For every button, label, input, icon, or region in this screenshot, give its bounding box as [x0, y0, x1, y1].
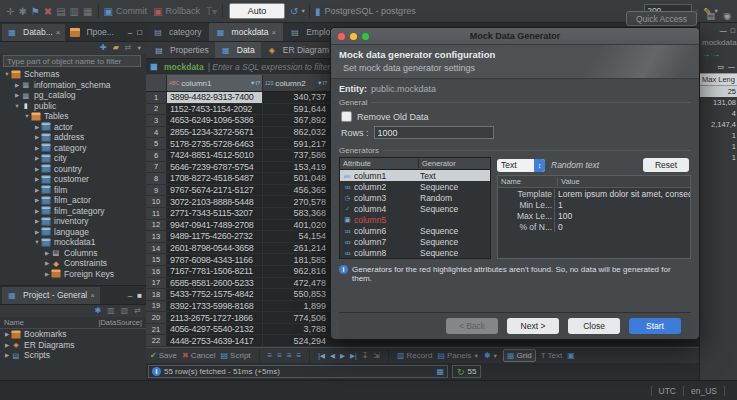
grid-view-toggle[interactable]: ▦ Grid [503, 349, 536, 362]
zoom-window-button[interactable] [362, 33, 369, 40]
column2-cell[interactable]: 550,853 [263, 289, 329, 300]
tree-item[interactable]: ▶ language [0, 227, 146, 238]
row-number-cell[interactable]: 19 [146, 301, 167, 312]
maximize-icon[interactable]: ■ [137, 291, 142, 300]
attribute-row[interactable]: column4 Sequence [340, 203, 490, 214]
locale-indicator[interactable]: en_US [691, 386, 717, 396]
tree-item[interactable]: ▶ customer [0, 174, 146, 185]
name-column-header[interactable]: Name [4, 318, 24, 327]
tree-expander-icon[interactable]: ▶ [33, 166, 41, 172]
row-number-cell[interactable]: 13 [146, 231, 167, 242]
tree-expander-icon[interactable]: ▶ [33, 155, 41, 161]
cancel-button[interactable]: ✖ Cancel [182, 351, 216, 360]
column2-cell[interactable]: 472,478 [263, 278, 329, 289]
editor-tab[interactable]: category [146, 23, 209, 41]
column2-cell[interactable]: 153,419 [263, 162, 329, 173]
expand-icon[interactable]: ▥ [121, 305, 129, 317]
tree-expander-icon[interactable]: ▶ [43, 260, 51, 266]
maximize-icon[interactable]: □ [137, 28, 142, 37]
max-length-cell[interactable]: 1 [700, 130, 737, 141]
refresh-editor-icon[interactable]: ▦ [83, 0, 92, 23]
tree-expander-icon[interactable]: ▶ [13, 82, 21, 88]
tree-expander-icon[interactable]: ▶ [13, 92, 21, 98]
attribute-column-header[interactable]: Attribute [340, 159, 419, 168]
column2-cell[interactable]: 54,154 [263, 231, 329, 242]
row-number-cell[interactable]: 4 [146, 127, 167, 138]
column1-cell[interactable]: 7167-7781-1506-8211 [167, 266, 263, 277]
tree-expander-icon[interactable]: ▶ [33, 208, 41, 214]
tree-item[interactable]: ▶ Foreign Keys [0, 269, 146, 280]
filter-placeholder[interactable]: | Enter a SQL expression to filter resu [208, 62, 349, 72]
row-number-cell[interactable]: 20 [146, 312, 167, 323]
attribute-row[interactable]: column2 Sequence [340, 181, 490, 192]
value-header[interactable]: Value [557, 177, 690, 186]
close-icon[interactable] [271, 27, 276, 37]
tree-item[interactable]: ▼ public [0, 101, 146, 112]
property-row[interactable]: % of N... 0 [498, 221, 690, 232]
max-length-cell[interactable]: 2,147,4 [700, 119, 737, 130]
tree-expander-icon[interactable]: ▶ [3, 342, 11, 348]
column2-cell[interactable]: 181,585 [263, 254, 329, 265]
column1-cell[interactable]: 4056-4297-5540-2132 [167, 324, 263, 335]
column1-cell[interactable]: 9947-0941-7489-2708 [167, 220, 263, 231]
open-perspective-icon[interactable]: ▤ [706, 11, 715, 21]
last-page-icon[interactable]: ▶| [350, 352, 357, 360]
column1-cell[interactable]: 2601-8798-0544-3658 [167, 243, 263, 254]
dialog-titlebar[interactable]: Mock Data Generator [331, 28, 699, 45]
connection-selector[interactable]: PostgreSQL - postgres [324, 6, 415, 16]
row-number-cell[interactable]: 21 [146, 324, 167, 335]
tree-item[interactable]: ▶ address [0, 132, 146, 143]
column1-cell[interactable]: 9489-1175-4260-2732 [167, 231, 263, 242]
save-button[interactable]: ✔ Save [150, 351, 177, 360]
tree-expander-icon[interactable]: ▼ [13, 103, 21, 109]
tree-expander-icon[interactable]: ▶ [3, 331, 11, 337]
close-window-button[interactable] [338, 33, 345, 40]
attribute-row[interactable]: column6 Sequence [340, 225, 490, 236]
record-toggle[interactable]: ▥ Record [397, 351, 432, 360]
collapse-all-icon[interactable]: ✚ [100, 42, 107, 54]
column1-cell[interactable]: 9787-6098-4343-1166 [167, 254, 263, 265]
script-button[interactable]: ▤ Script [221, 351, 251, 360]
restore-icon[interactable]: ▭ [717, 63, 724, 71]
new-editor-icon[interactable]: ▥ [70, 0, 79, 23]
column1-cell[interactable]: 5433-7752-1575-4842 [167, 289, 263, 300]
rollback-button[interactable]: Rollback [165, 6, 200, 16]
column2-cell[interactable]: 270,578 [263, 196, 329, 207]
tree-item[interactable]: ▶ city [0, 153, 146, 164]
row-number-cell[interactable]: 8 [146, 173, 167, 184]
row-number-cell[interactable]: 9 [146, 185, 167, 196]
column2-cell[interactable]: 524,294 [263, 335, 329, 346]
column1-cell[interactable]: 5178-2735-5728-6463 [167, 138, 263, 149]
link-icon[interactable]: ⇄ [134, 305, 141, 317]
remove-old-data-checkbox[interactable] [341, 111, 352, 122]
property-value[interactable]: Lorem ipsum dolor sit amet, consectetur … [554, 189, 690, 199]
column1-cell[interactable]: 2113-2675-1727-1866 [167, 312, 263, 323]
column2-cell[interactable]: 583,368 [263, 208, 329, 219]
column1-header[interactable]: ABC column1 [167, 75, 263, 91]
column1-cell[interactable]: 4653-6249-1096-5386 [167, 115, 263, 126]
row-number-cell[interactable]: 15 [146, 254, 167, 265]
tree-item[interactable]: ▶ category [0, 143, 146, 154]
open-console-icon[interactable]: ▤ [56, 0, 65, 23]
row-number-cell[interactable]: 7 [146, 162, 167, 173]
minimize-window-button[interactable] [350, 33, 357, 40]
tab-database-navigator[interactable]: Datab... [2, 24, 65, 41]
editor-subtab[interactable]: Data [215, 42, 261, 58]
tree-item[interactable]: ▼ mockdata1 [0, 237, 146, 248]
max-length-cell[interactable]: 25 [700, 86, 737, 97]
name-header[interactable]: Name [498, 177, 557, 186]
attribute-row[interactable]: column7 Sequence [340, 236, 490, 247]
dbeaver-perspective-icon[interactable]: ◉ [723, 11, 731, 21]
project-item[interactable]: ▶ ER Diagrams [0, 340, 146, 351]
column1-cell[interactable]: 3072-2103-8888-5448 [167, 196, 263, 207]
copy-row-icon[interactable]: ≡ [287, 351, 292, 360]
keyboard-icon[interactable]: ▦ [436, 367, 444, 376]
column2-cell[interactable]: 401,020 [263, 220, 329, 231]
row-number-cell[interactable]: 11 [146, 208, 167, 219]
row-number-cell[interactable]: 16 [146, 266, 167, 277]
refresh-caret-icon[interactable]: ▼ [300, 8, 305, 14]
flag-icon[interactable]: ⚑ [31, 0, 40, 23]
view-menu-icon[interactable]: ▼ [137, 45, 142, 51]
column1-cell[interactable]: 8392-1733-5998-8168 [167, 301, 263, 312]
tree-expander-icon[interactable]: ▶ [33, 229, 41, 235]
